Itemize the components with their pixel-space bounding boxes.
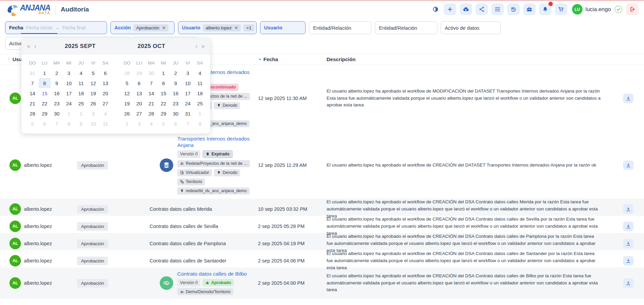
day-cell[interactable]: 5 (157, 119, 170, 129)
day-cell[interactable]: 23 (51, 98, 63, 108)
filter-entidad-1[interactable]: Entidad/Relación (309, 21, 371, 34)
day-cell[interactable]: 22 (157, 98, 170, 108)
day-cell[interactable]: 29 (133, 68, 145, 78)
download-button[interactable] (623, 94, 634, 103)
day-cell[interactable]: 8 (157, 78, 170, 88)
day-cell[interactable]: 11 (194, 78, 206, 88)
fecha-final-input[interactable]: Fecha final (62, 25, 85, 30)
history-button[interactable] (507, 3, 520, 15)
brand-logo[interactable]: ANJANA DATA (5, 3, 50, 16)
day-cell[interactable]: 1 (63, 108, 75, 119)
day-cell[interactable]: 31 (26, 68, 38, 78)
filter-fecha[interactable]: Fecha Fecha inicial → Fecha final (5, 21, 107, 34)
column-header-fecha[interactable]: Fecha (258, 56, 327, 62)
day-cell[interactable]: 14 (145, 88, 157, 98)
day-cell[interactable]: 23 (170, 98, 182, 108)
day-cell[interactable]: 12 (87, 78, 99, 88)
bell-button[interactable] (539, 3, 551, 15)
day-cell[interactable]: 24 (182, 98, 194, 108)
day-cell[interactable]: 10 (87, 119, 99, 129)
day-cell[interactable]: 2 (51, 68, 63, 78)
day-cell[interactable]: 24 (63, 98, 75, 108)
logout-button[interactable] (626, 3, 639, 15)
download-button[interactable] (623, 222, 634, 231)
day-cell[interactable]: 28 (26, 108, 38, 119)
day-cell[interactable]: 13 (99, 78, 111, 88)
download-button[interactable] (623, 278, 634, 288)
day-cell[interactable]: 28 (145, 108, 157, 119)
day-cell[interactable]: 7 (182, 119, 194, 129)
day-cell[interactable]: 28 (121, 68, 133, 78)
day-cell[interactable]: 21 (145, 98, 157, 108)
day-cell[interactable]: 7 (145, 78, 157, 88)
day-cell[interactable]: 4 (194, 68, 206, 78)
filter-accion[interactable]: Acción Aprobación ✕ (110, 21, 175, 34)
day-cell[interactable]: 10 (63, 78, 75, 88)
download-button[interactable] (623, 256, 634, 265)
day-cell[interactable]: 9 (51, 78, 63, 88)
remove-chip-icon[interactable]: ✕ (234, 25, 238, 30)
day-cell[interactable]: 1 (194, 108, 206, 119)
day-cell[interactable]: 14 (26, 88, 38, 98)
download-button[interactable] (623, 204, 634, 214)
day-cell[interactable]: 16 (51, 88, 63, 98)
day-cell[interactable]: 4 (75, 68, 87, 78)
day-cell[interactable]: 29 (38, 108, 51, 119)
asset-title[interactable]: Contrato datos calles de Bilbo (177, 271, 247, 277)
filter-entidad-2[interactable]: Entidad/Relación (375, 21, 437, 34)
contrast-button[interactable] (431, 3, 440, 15)
day-cell[interactable]: 11 (75, 78, 87, 88)
day-cell[interactable]: 1 (38, 68, 51, 78)
day-cell[interactable]: 7 (51, 119, 63, 129)
day-cell[interactable]: 19 (121, 98, 133, 108)
day-cell[interactable]: 2 (75, 108, 87, 119)
day-cell[interactable]: 22 (38, 98, 51, 108)
day-cell[interactable]: 31 (182, 108, 194, 119)
day-cell[interactable]: 9 (75, 119, 87, 129)
day-cell[interactable]: 3 (63, 68, 75, 78)
day-cell[interactable]: 20 (133, 98, 145, 108)
day-cell[interactable]: 6 (38, 119, 51, 129)
download-button[interactable] (623, 160, 634, 170)
day-cell[interactable]: 18 (75, 88, 87, 98)
day-cell[interactable]: 5 (26, 119, 38, 129)
day-cell[interactable]: 15 (157, 88, 170, 98)
day-cell[interactable]: 30 (145, 68, 157, 78)
day-cell[interactable]: 8 (194, 119, 206, 129)
day-cell[interactable]: 10 (182, 78, 194, 88)
next-month-icon[interactable]: › (196, 43, 198, 50)
day-cell[interactable]: 4 (99, 108, 111, 119)
day-cell[interactable]: 4 (145, 119, 157, 129)
day-cell[interactable]: 27 (133, 108, 145, 119)
day-cell[interactable]: 18 (194, 88, 206, 98)
day-cell[interactable]: 2 (121, 119, 133, 129)
day-cell[interactable]: 25 (194, 98, 206, 108)
day-cell[interactable]: 21 (26, 98, 38, 108)
day-cell[interactable]: 26 (87, 98, 99, 108)
download-button[interactable] (623, 239, 634, 248)
plus-button[interactable] (444, 3, 456, 15)
day-cell[interactable]: 17 (182, 88, 194, 98)
share-button[interactable] (475, 3, 488, 15)
day-cell[interactable]: 7 (26, 78, 38, 88)
day-cell[interactable]: 8 (63, 119, 75, 129)
day-cell[interactable]: 8 (38, 78, 51, 88)
usuario-more-chip[interactable]: +1 (243, 24, 254, 31)
cloud-upload-button[interactable] (460, 3, 472, 15)
day-cell[interactable]: 3 (182, 68, 194, 78)
remove-chip-icon[interactable]: ✕ (162, 25, 166, 30)
day-cell[interactable]: 29 (157, 108, 170, 119)
asset-title[interactable]: Transportes Internos derivados Anjana (177, 136, 254, 148)
day-cell[interactable]: 6 (170, 119, 182, 129)
day-cell[interactable]: 6 (133, 78, 145, 88)
filter-usuario-2[interactable]: Usuario (260, 21, 306, 34)
day-cell[interactable]: 30 (51, 108, 63, 119)
day-cell[interactable]: 5 (87, 68, 99, 78)
day-cell[interactable]: 12 (121, 88, 133, 98)
day-cell[interactable]: 9 (170, 78, 182, 88)
briefcase-button[interactable] (523, 3, 536, 15)
filter-activo[interactable]: Activo de datos (441, 21, 501, 34)
checklist-button[interactable] (491, 3, 504, 15)
prev-month-icon[interactable]: ‹ (34, 43, 36, 50)
day-cell[interactable]: 19 (87, 88, 99, 98)
